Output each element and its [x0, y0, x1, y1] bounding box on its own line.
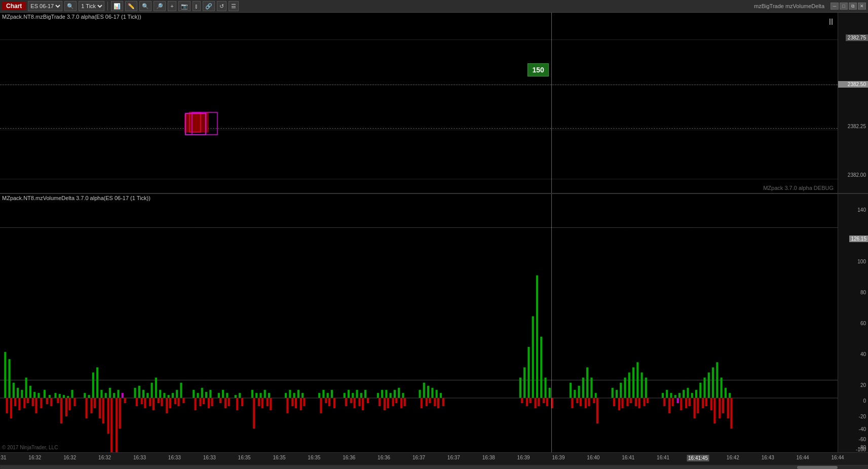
lower-price-axis: 140 126.15 100 80 60 40 20 0 -20 -40 -60… — [838, 194, 868, 452]
symbol-select[interactable]: ES 06-17 — [28, 1, 62, 11]
lower-axis-40: 40 — [860, 351, 866, 357]
maximize-button[interactable]: □ — [840, 3, 848, 10]
scrollbar-thumb[interactable] — [797, 466, 838, 469]
bar-chart-icon[interactable]: 📊 — [111, 1, 123, 11]
time-label-15: 16:39 — [517, 455, 530, 460]
lower-axis-neg20: -20 — [859, 414, 866, 419]
price-dash-line — [0, 85, 838, 85]
lower-axis-neg40: -40 — [859, 426, 866, 432]
time-label-3: 16:32 — [98, 455, 111, 460]
lower-panel: MZpack.NT8.mzVolumeDelta 3.7.0 alpha(ES … — [0, 194, 868, 469]
zoom-out-icon[interactable]: 🔎 — [154, 1, 166, 11]
time-label-4: 16:33 — [133, 455, 146, 460]
time-label-1: 16:32 — [28, 455, 41, 460]
lower-axis-80: 80 — [860, 290, 866, 295]
time-label-20: 16:41:45 — [687, 455, 709, 461]
lower-chart-area: MZpack.NT8.mzVolumeDelta 3.7.0 alpha(ES … — [0, 194, 868, 452]
upper-panel-label: MZpack.NT8.mzBigTrade 3.7.0 alpha(ES 06-… — [2, 14, 141, 20]
time-axis: 16:3116:3216:3216:3216:3316:3316:3316:35… — [0, 452, 868, 465]
svg-rect-2 — [190, 112, 201, 132]
time-label-13: 16:37 — [447, 455, 460, 460]
time-labels: 16:3116:3216:3216:3216:3316:3316:3316:35… — [0, 453, 838, 465]
chart-label: Chart — [2, 2, 26, 10]
time-label-23: 16:44 — [797, 455, 809, 460]
price-dash-line-2 — [0, 128, 838, 129]
minimize-button[interactable]: ─ — [831, 3, 839, 10]
window-controls: ─ □ ⧉ ✕ — [831, 3, 866, 10]
scrollbar-track[interactable] — [0, 466, 838, 469]
lower-axis-0: 0 — [863, 398, 866, 404]
time-label-10: 16:36 — [343, 455, 355, 460]
lower-axis-highlight: 126.15 — [849, 236, 868, 242]
volume-delta-canvas — [0, 194, 838, 452]
time-label-5: 16:33 — [168, 455, 181, 460]
pencil-icon[interactable]: ✏️ — [125, 1, 137, 11]
plus-icon[interactable]: + — [168, 1, 176, 11]
split-icon[interactable]: ⫿ — [193, 1, 201, 11]
time-label-11: 16:36 — [378, 455, 390, 460]
debug-watermark: MZpack 3.7.0 alpha DEBUG — [763, 185, 834, 191]
time-label-2: 16:32 — [63, 455, 76, 460]
scrollbar-area[interactable] — [0, 465, 868, 469]
lower-axis-140: 140 — [857, 207, 866, 213]
gridline-3 — [0, 130, 838, 130]
snapshot-icon[interactable]: 📷 — [178, 1, 191, 11]
lower-axis-neg60: -60 — [859, 437, 866, 442]
time-label-9: 16:35 — [308, 455, 320, 460]
time-label-24: 16:44 — [831, 455, 844, 460]
time-label-6: 16:33 — [203, 455, 216, 460]
close-button[interactable]: ✕ — [858, 3, 866, 10]
crosshair-vertical-upper — [551, 13, 552, 193]
chart-title: mzBigTrade mzVolumeDelta — [754, 3, 824, 9]
time-label-18: 16:41 — [622, 455, 634, 460]
upper-panel: MZpack.NT8.mzBigTrade 3.7.0 alpha(ES 06-… — [0, 13, 868, 194]
play-button[interactable]: ⏸ — [826, 17, 836, 27]
search-button[interactable]: 🔍 — [64, 1, 77, 11]
price-badge-150: 150 — [527, 63, 548, 76]
settings-icon[interactable]: ☰ — [229, 1, 239, 11]
chart-container: MZpack.NT8.mzBigTrade 3.7.0 alpha(ES 06-… — [0, 13, 868, 469]
interval-select[interactable]: 1 Tick — [79, 1, 104, 11]
lower-axis-neg100: -100 — [856, 447, 866, 452]
time-label-22: 16:43 — [762, 455, 774, 460]
upper-chart[interactable]: MZpack.NT8.mzBigTrade 3.7.0 alpha(ES 06-… — [0, 13, 838, 193]
toolbar: Chart ES 06-17 🔍 1 Tick 📊 ✏️ 🔍 🔎 + 📷 ⫿ 🔗… — [0, 0, 868, 13]
upper-price-axis: 2382.75 2382.50 2382.25 2382.00 — [838, 13, 868, 193]
time-label-17: 16:40 — [587, 455, 599, 460]
price-axis-current: 2382.50 — [838, 81, 868, 88]
time-label-16: 16:39 — [552, 455, 564, 460]
copyright-label: © 2017 NinjaTrader, LLC — [2, 445, 58, 450]
time-label-21: 16:42 — [727, 455, 739, 460]
lower-chart[interactable]: MZpack.NT8.mzVolumeDelta 3.7.0 alpha(ES … — [0, 194, 838, 452]
lower-panel-label: MZpack.NT8.mzVolumeDelta 3.7.0 alpha(ES … — [2, 195, 150, 201]
time-label-12: 16:37 — [412, 455, 425, 460]
refresh-icon[interactable]: ↺ — [217, 1, 227, 11]
time-label-8: 16:35 — [273, 455, 285, 460]
crosshair-vertical-lower — [551, 194, 552, 452]
price-axis-label-top: 2382.75 — [846, 34, 868, 41]
separator-1 — [107, 2, 108, 11]
time-label-14: 16:38 — [482, 455, 495, 460]
lower-axis-100: 100 — [857, 259, 866, 264]
price-axis-mid: 2382.25 — [848, 124, 866, 129]
gridline-1 — [0, 40, 838, 40]
lower-axis-60: 60 — [860, 321, 866, 326]
time-label-0: 16:31 — [0, 455, 7, 460]
link-icon[interactable]: 🔗 — [203, 1, 215, 11]
restore-button[interactable]: ⧉ — [849, 3, 857, 10]
lower-axis-20: 20 — [860, 382, 866, 388]
price-axis-low: 2382.00 — [848, 172, 866, 178]
gridline-4 — [0, 179, 838, 179]
time-label-7: 16:35 — [238, 455, 251, 460]
zoom-in-icon[interactable]: 🔍 — [139, 1, 152, 11]
time-label-19: 16:41 — [657, 455, 669, 460]
